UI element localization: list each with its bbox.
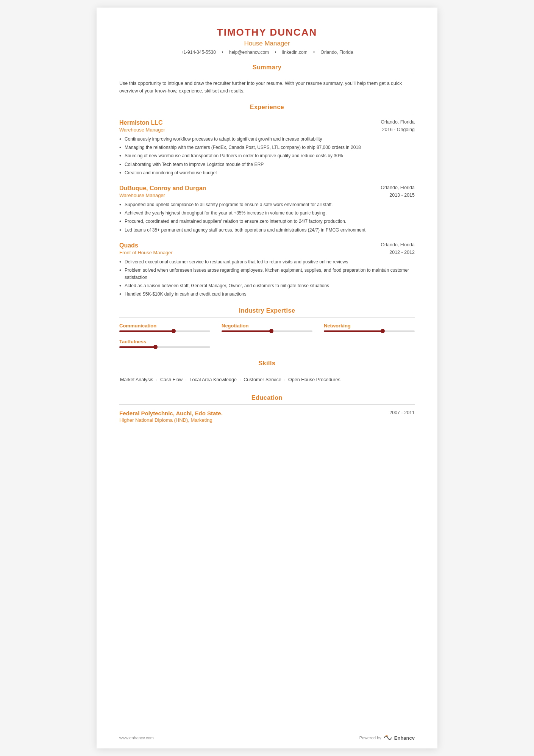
contact-info: +1-914-345-5530 • help@enhancv.com • lin… [119,50,415,55]
skills-dot-4: · [284,377,287,382]
skill-bar-dot-networking [381,329,385,333]
bullet-1-3: Led teams of 35+ permanent and agency st… [119,227,415,234]
skill-bar-dot-tactfulness [153,345,158,349]
skills-text: Market Analysis · Cash Flow · Local Area… [119,376,415,384]
footer-url: www.enhancv.com [119,736,154,740]
phone: +1-914-345-5530 [181,50,215,55]
exp-bullets-1: Supported and upheld compliance to all s… [119,201,415,234]
exp-company-2: Quads [119,242,138,249]
skills-dot-2: · [186,377,188,382]
industry-expertise-grid: Communication Negotiation Networking [119,323,415,348]
exp-location-0: Orlando, Florida [381,119,415,125]
skill-label-communication: Communication [119,323,210,329]
experience-entry-0: Hermiston LLC Orlando, Florida Warehouse… [119,119,415,177]
enhancv-logo-icon [384,735,392,741]
skill-item-negotiation: Negotiation [222,323,312,332]
skill-label-networking: Networking [324,323,415,329]
experience-divider [119,114,415,114]
exp-role-1: Warehouse Manager [119,193,165,198]
dot-separator-3: • [313,50,315,55]
exp-company-0: Hermiston LLC [119,119,163,126]
skill-label-tactfulness: Tactfulness [119,339,210,344]
exp-subheader-0: Warehouse Manager 2016 - Ongoing [119,127,415,133]
experience-entry-2: Quads Orlando, Florida Front of House Ma… [119,242,415,298]
bullet-0-2: Sourcing of new warehouse and transporta… [119,152,415,160]
powered-by-label: Powered by [359,736,381,740]
industry-expertise-title: Industry Expertise [119,307,415,314]
edu-header-0: Federal Polytechnic, Auchi, Edo State. 2… [119,410,415,416]
summary-title: Summary [119,64,415,71]
exp-subheader-1: Warehouse Manager 2013 - 2015 [119,193,415,198]
edu-degree-0: Higher National Diploma (HND), Marketing [119,417,415,423]
skill-bar-fill-communication [119,330,174,332]
bullet-1-1: Achieved the yearly highest throughput f… [119,210,415,217]
skill-bar-fill-networking [324,330,383,332]
skill-item-5: Open House Procedures [288,377,340,382]
bullet-2-2: Acted as a liaison between staff, Genera… [119,282,415,290]
bullet-0-1: Managing the relationship with the carri… [119,144,415,151]
exp-bullets-2: Delivered exceptional customer service t… [119,258,415,298]
education-title: Education [119,394,415,401]
bullet-2-3: Handled $5K-$10K daily in cash and credi… [119,291,415,298]
skill-bar-tactfulness [119,346,210,348]
exp-header-2: Quads Orlando, Florida [119,242,415,249]
skill-item-2: Cash Flow [160,377,183,382]
skills-dot-3: · [239,377,242,382]
bullet-2-1: Problem solved when unforeseen issues ar… [119,267,415,281]
skills-dot-1: · [156,377,159,382]
exp-role-0: Warehouse Manager [119,127,165,133]
edu-dates-0: 2007 - 2011 [389,410,415,415]
footer-powered-by: Powered by Enhancv [359,735,415,741]
skill-bar-negotiation [222,330,312,332]
dot-separator-2: • [275,50,276,55]
skills-title: Skills [119,360,415,367]
location: Orlando, Florida [321,50,353,55]
page-footer: www.enhancv.com Powered by Enhancv [119,735,415,741]
bullet-0-3: Collaborating with Tech team to improve … [119,161,415,168]
experience-title: Experience [119,104,415,111]
candidate-title: House Manager [119,40,415,47]
skill-bar-dot-communication [172,329,176,333]
skill-bar-communication [119,330,210,332]
exp-dates-0: 2016 - Ongoing [382,127,415,132]
skill-item-communication: Communication [119,323,210,332]
bullet-1-0: Supported and upheld compliance to all s… [119,201,415,208]
skill-item-networking: Networking [324,323,415,332]
exp-dates-1: 2013 - 2015 [389,193,415,198]
skill-bar-fill-tactfulness [119,346,156,348]
bullet-2-0: Delivered exceptional customer service t… [119,258,415,266]
exp-location-2: Orlando, Florida [381,242,415,247]
education-entry-0: Federal Polytechnic, Auchi, Edo State. 2… [119,410,415,423]
bullet-0-0: Continuously improving workflow processe… [119,136,415,143]
industry-expertise-divider [119,317,415,318]
exp-header-1: DuBuque, Conroy and Durgan Orlando, Flor… [119,185,415,192]
skill-item-1: Market Analysis [120,377,153,382]
skill-bar-fill-negotiation [222,330,272,332]
resume-header: TIMOTHY DUNCAN House Manager +1-914-345-… [119,27,415,55]
enhancv-brand-name: Enhancv [394,735,415,741]
summary-text: Use this opportunity to intrigue and dra… [119,80,415,95]
experience-entry-1: DuBuque, Conroy and Durgan Orlando, Flor… [119,185,415,234]
candidate-name: TIMOTHY DUNCAN [119,27,415,38]
email: help@enhancv.com [229,50,269,55]
bullet-0-4: Creation and monitoring of warehouse bud… [119,169,415,177]
skill-label-negotiation: Negotiation [222,323,312,329]
dot-separator-1: • [222,50,223,55]
skill-bar-dot-negotiation [269,329,273,333]
summary-divider [119,74,415,74]
edu-school-0: Federal Polytechnic, Auchi, Edo State. [119,410,223,416]
linkedin: linkedin.com [282,50,308,55]
exp-dates-2: 2012 - 2012 [389,250,415,255]
exp-header-0: Hermiston LLC Orlando, Florida [119,119,415,126]
resume-page: TIMOTHY DUNCAN House Manager +1-914-345-… [97,8,437,748]
exp-location-1: Orlando, Florida [381,185,415,190]
exp-company-1: DuBuque, Conroy and Durgan [119,185,206,192]
exp-bullets-0: Continuously improving workflow processe… [119,136,415,177]
bullet-1-2: Procured, coordinated and maintained sup… [119,218,415,225]
skill-bar-networking [324,330,415,332]
exp-subheader-2: Front of House Manager 2012 - 2012 [119,250,415,255]
skill-item-tactfulness: Tactfulness [119,339,210,348]
skill-item-4: Customer Service [244,377,281,382]
education-divider [119,404,415,405]
exp-role-2: Front of House Manager [119,250,173,255]
